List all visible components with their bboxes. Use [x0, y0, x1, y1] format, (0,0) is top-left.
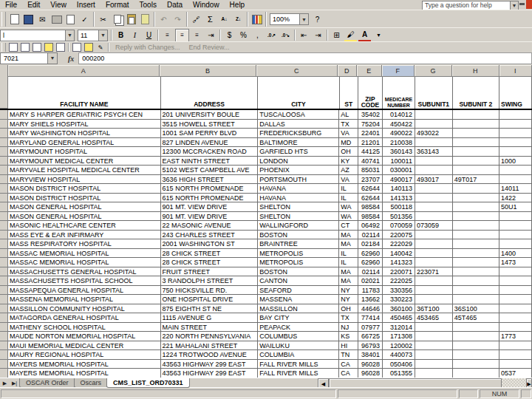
- cell-sub2[interactable]: [453, 276, 499, 286]
- cell-sub1[interactable]: [415, 295, 453, 304]
- cell-city[interactable]: PEAPACK: [258, 323, 339, 332]
- cell-sub1[interactable]: [415, 184, 453, 194]
- cell-sub2[interactable]: [453, 369, 499, 378]
- cell-swing[interactable]: [499, 129, 532, 138]
- spelling-button[interactable]: ✓: [78, 13, 91, 25]
- undo-button[interactable]: ↶: [157, 13, 170, 25]
- cell-zip[interactable]: 02114: [358, 267, 383, 277]
- cell-sub2[interactable]: [453, 231, 499, 240]
- cell-sub1[interactable]: [415, 350, 453, 360]
- cell-swing[interactable]: [499, 175, 532, 185]
- cell-name[interactable]: MASONIC HEALTHCARE CENTER: [8, 221, 161, 231]
- cell-zip[interactable]: 98584: [358, 212, 383, 222]
- column-title-2[interactable]: CITY: [258, 77, 339, 109]
- cell-swing[interactable]: 0537: [499, 369, 532, 378]
- cell-zip[interactable]: 06492: [358, 221, 383, 231]
- cell-st[interactable]: HI: [339, 341, 358, 351]
- row-header[interactable]: [0, 313, 8, 323]
- cell-address[interactable]: ONE HOSPITAL DRIVE: [161, 295, 259, 304]
- cell-sub2[interactable]: [453, 286, 499, 296]
- column-title-8[interactable]: SWING: [499, 77, 532, 109]
- cell-sub1[interactable]: [415, 120, 453, 129]
- cell-swing[interactable]: [499, 267, 532, 277]
- cell-name[interactable]: MATAGORDA GENERAL HOSPITAL: [8, 313, 161, 323]
- sort-ascending-button[interactable]: A↓: [218, 13, 231, 25]
- cell-medicare[interactable]: 312014: [383, 323, 415, 332]
- column-header-e[interactable]: E: [357, 65, 382, 77]
- italic-button[interactable]: I: [129, 30, 141, 41]
- row-header[interactable]: [0, 239, 8, 249]
- insert-function-icon[interactable]: fx: [68, 55, 74, 63]
- cell-name[interactable]: MARYVIEW HOSPITAL: [8, 175, 161, 185]
- row-header[interactable]: [0, 360, 8, 369]
- row-header[interactable]: [0, 129, 8, 138]
- cell-name[interactable]: MAURY REGIONAL HOSPITAL: [8, 350, 161, 360]
- cell-zip[interactable]: 62644: [358, 184, 383, 194]
- cell-sub1[interactable]: [415, 341, 453, 351]
- reply-with-changes-button[interactable]: Reply with Changes...: [111, 44, 185, 51]
- borders-button[interactable]: ⊞: [330, 30, 343, 41]
- cell-zip[interactable]: 13662: [358, 295, 383, 304]
- row-header[interactable]: [0, 258, 8, 267]
- cell-zip[interactable]: 66725: [358, 332, 383, 341]
- cell-sub1[interactable]: 493017: [415, 175, 453, 185]
- sheet-tab-cms-list-ord70331[interactable]: CMS_LIST_ORD70331: [106, 378, 190, 388]
- menu-data[interactable]: Data: [162, 1, 188, 9]
- cell-zip[interactable]: 40741: [358, 157, 383, 166]
- cell-st[interactable]: MA: [339, 267, 358, 277]
- cell-medicare[interactable]: 222025: [383, 276, 415, 286]
- cell-medicare[interactable]: 220071: [383, 267, 415, 277]
- menu-view[interactable]: View: [45, 1, 72, 9]
- row-header[interactable]: [0, 332, 8, 341]
- cell-zip[interactable]: 02021: [358, 276, 383, 286]
- align-center-button[interactable]: ≡: [175, 29, 189, 42]
- cell-sub1[interactable]: [415, 276, 453, 286]
- cell-sub2[interactable]: [453, 202, 499, 212]
- cell-sub2[interactable]: [453, 341, 499, 351]
- column-header-d[interactable]: D: [338, 65, 357, 77]
- increase-decimal-button[interactable]: .0↗: [265, 30, 278, 41]
- cell-medicare[interactable]: 220075: [383, 231, 415, 240]
- cell-city[interactable]: MASSENA: [258, 295, 339, 304]
- cell-city[interactable]: METROPOLIS: [258, 249, 339, 259]
- cell-sub2[interactable]: [453, 157, 499, 166]
- cell-st[interactable]: TX: [339, 313, 358, 323]
- hyperlink-button[interactable]: 🔗︎: [190, 13, 202, 25]
- cell-city[interactable]: SHELTON: [258, 202, 339, 212]
- toolbar-grip[interactable]: [1, 12, 6, 26]
- cell-st[interactable]: WA: [339, 212, 358, 222]
- cell-zip[interactable]: 75204: [358, 120, 383, 129]
- cell-address[interactable]: 221 MAHALANI STREET: [161, 341, 259, 351]
- cell-medicare[interactable]: 141313: [383, 194, 415, 203]
- cell-sub1[interactable]: [415, 239, 453, 249]
- row-header[interactable]: [0, 304, 8, 314]
- cell-swing[interactable]: 1773: [499, 332, 532, 341]
- column-title-6[interactable]: SUBUNIT1: [415, 77, 453, 109]
- cell-st[interactable]: CA: [339, 369, 358, 378]
- cell-medicare[interactable]: 140042: [383, 249, 415, 259]
- column-title-4[interactable]: ZIP CODE: [358, 77, 383, 109]
- cell-city[interactable]: HAVANA: [258, 194, 339, 203]
- cell-city[interactable]: SEAFORD: [258, 286, 339, 296]
- cell-city[interactable]: COLUMBIA: [258, 350, 339, 360]
- cell-city[interactable]: BAY CITY: [258, 313, 339, 323]
- show-comment-button[interactable]: [44, 43, 54, 52]
- cell-name[interactable]: MAYERS MEMORIAL HOSPITAL: [8, 369, 161, 378]
- row-header[interactable]: [0, 221, 8, 231]
- cell-name[interactable]: MASON GENERAL HOSPITAL: [8, 202, 161, 212]
- cell-sub1[interactable]: [415, 202, 453, 212]
- cell-sub1[interactable]: 223071: [415, 267, 453, 277]
- cell-sub1[interactable]: [415, 258, 453, 267]
- cell-address[interactable]: 220 NORTH PENNSYLVANIA: [161, 332, 259, 341]
- toolbar-grip[interactable]: [1, 43, 6, 51]
- cell-swing[interactable]: 50U1: [499, 202, 532, 212]
- cell-sub1[interactable]: [415, 249, 453, 259]
- bold-button[interactable]: B: [115, 30, 127, 41]
- column-header-i[interactable]: I: [499, 65, 532, 77]
- cell-address[interactable]: 615 NORTH PROMENADE: [161, 194, 259, 203]
- cell-address[interactable]: 43563 HIGHWAY 299 EAST: [161, 369, 259, 378]
- cell-zip[interactable]: 21201: [358, 138, 383, 148]
- cell-st[interactable]: OH: [339, 304, 358, 314]
- column-header-f[interactable]: F: [382, 65, 415, 77]
- cell-st[interactable]: IL: [339, 249, 358, 259]
